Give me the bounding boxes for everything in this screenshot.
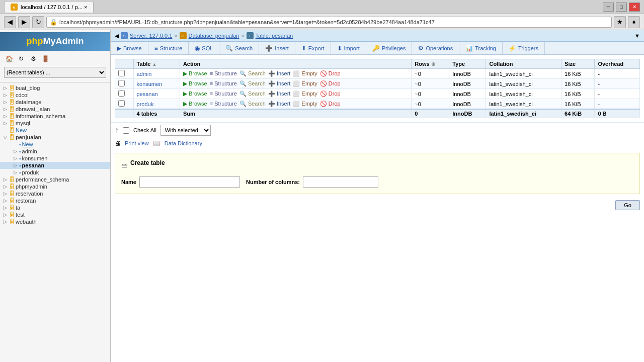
data-dictionary-link[interactable]: Data Dictionary [165,140,202,146]
row-checkbox-3[interactable] [118,100,125,107]
with-selected-dropdown[interactable]: With selected: Drop Empty [160,125,211,136]
refresh-db-icon[interactable]: ↻ [16,54,26,64]
sidebar-item-test[interactable]: ▷ 🗄 test [0,211,110,218]
tab-export[interactable]: ⬆ Export [295,42,331,54]
tab-insert-label: Insert [275,45,289,51]
drop-link-2[interactable]: 🚫 Drop [320,90,341,97]
tab-operations[interactable]: ⚙ Operations [412,42,459,54]
sidebar-item-performance_schema[interactable]: ▷ 🗄 performance_schema [0,176,110,183]
sidebar-item-webauth[interactable]: ▷ 🗄 webauth [0,218,110,225]
sidebar-item-dataimage[interactable]: ▷ 🗄 dataimage [0,99,110,106]
structure-link-3[interactable]: ≡ Structure [210,101,237,107]
sidebar-item-pesanan[interactable]: ▷ ▪ pesanan [0,162,110,169]
empty-link-2[interactable]: ⬜ Empty [293,90,317,97]
tab-structure[interactable]: ≡ Structure [148,42,189,54]
row-checkbox-0[interactable] [118,70,125,76]
tab-tracking[interactable]: 📊 Tracking [459,42,503,54]
go-button[interactable]: Go [615,200,640,210]
sidebar-item-produk[interactable]: ▷ ▪ produk [0,169,110,176]
sidebar-item-information_schema[interactable]: ▷ 🗄 information_schema [0,113,110,120]
browse-link-3[interactable]: ▶ Browse [183,101,207,107]
tab-import[interactable]: ⬇ Import [331,42,366,54]
row-checkbox-1[interactable] [118,80,125,86]
create-table-icon: 🗃 [121,162,127,169]
insert-link-1[interactable]: ➕ Insert [268,80,291,87]
drop-link-3[interactable]: 🚫 Drop [320,101,341,107]
address-bar[interactable]: 🔒 localhost/phpmyadmin/#PMAURL-15:db_str… [46,17,612,28]
structure-link-0[interactable]: ≡ Structure [210,70,237,76]
cols-input[interactable] [303,176,378,188]
table-name-link-2[interactable]: pesanan [137,91,158,97]
drop-link-1[interactable]: 🚫 Drop [320,80,341,87]
logout-icon[interactable]: 🚪 [40,54,50,64]
insert-link-2[interactable]: ➕ Insert [268,90,291,97]
search-link-1[interactable]: 🔍 Search [239,80,266,87]
overhead-cell-2: - [595,89,640,99]
tab-browse[interactable]: ▶ Browse [111,42,148,54]
tab-sql[interactable]: ◉ SQL [189,42,219,54]
sidebar-item-ta[interactable]: ▷ 🗄 ta [0,204,110,211]
tab-search[interactable]: 🔍 Search [219,42,259,54]
tree-toggle [12,141,18,147]
tab-tracking-label: Tracking [475,45,496,51]
sidebar-item-penjualan-new[interactable]: ▪ New [0,141,110,148]
structure-link-1[interactable]: ≡ Structure [210,80,237,86]
sidebar-item-penjualan[interactable]: ▽ 🗄 penjualan [0,134,110,141]
home-icon[interactable]: 🏠 [4,54,14,64]
tab-triggers[interactable]: ⚡ Triggers [503,42,545,54]
check-all-checkbox[interactable] [123,127,129,134]
table-name-link-0[interactable]: admin [137,71,152,77]
sidebar-item-label: cdcol [16,92,29,98]
table-name-link-1[interactable]: konsumen [137,81,163,87]
sidebar-item-mysql[interactable]: ▷ 🗄 mysql [0,120,110,127]
search-link-2[interactable]: 🔍 Search [239,90,266,97]
sidebar-item-admin[interactable]: ▷ ▪ admin [0,148,110,155]
browser-tab[interactable]: e localhost / 127.0.0.1 / p... × [4,1,94,13]
minimize-button[interactable]: ─ [603,3,614,12]
sidebar-item-restoran[interactable]: ▷ 🗄 restoran [0,197,110,204]
server-breadcrumb[interactable]: Server: 127.0.0.1 [130,33,172,39]
browse-link-0[interactable]: ▶ Browse [183,70,207,77]
up-arrow-icon[interactable]: ↑ [115,126,119,135]
sidebar-item-reservation[interactable]: ▷ 🗄 reservation [0,190,110,197]
insert-link-3[interactable]: ➕ Insert [268,101,291,107]
bookmark-button[interactable]: ★ [614,16,626,28]
search-link-0[interactable]: 🔍 Search [239,70,266,77]
maximize-button[interactable]: □ [616,3,627,12]
settings-icon[interactable]: ⚙ [28,54,38,64]
header-collapse-btn[interactable]: ▼ [634,33,640,39]
db-icon: 🗄 [9,92,15,98]
back-button[interactable]: ◀ [4,16,16,28]
browse-link-2[interactable]: ▶ Browse [183,90,207,97]
sidebar-item-phpmyadmin[interactable]: ▷ 🗄 phpmyadmin [0,183,110,190]
tab-privileges[interactable]: 🔑 Privileges [366,42,413,54]
empty-link-0[interactable]: ⬜ Empty [293,70,317,77]
empty-link-3[interactable]: ⬜ Empty [293,101,317,107]
print-view-link[interactable]: Print view [125,140,149,146]
refresh-button[interactable]: ↻ [32,16,44,28]
close-button[interactable]: ✕ [629,3,640,12]
db-breadcrumb[interactable]: Database: penjualan [189,33,239,39]
tab-insert[interactable]: ➕ Insert [259,42,295,54]
structure-link-2[interactable]: ≡ Structure [210,90,237,97]
forward-button[interactable]: ▶ [18,16,30,28]
empty-link-1[interactable]: ⬜ Empty [293,80,317,87]
extensions-button[interactable]: ♦ [628,16,640,28]
table-name-link-3[interactable]: produk [137,101,154,107]
collapse-sidebar-btn[interactable]: ◀ [115,33,119,39]
insert-link-0[interactable]: ➕ Insert [268,70,291,77]
search-link-3[interactable]: 🔍 Search [239,101,266,107]
sidebar-item-konsumen[interactable]: ▷ ▪ konsumen [0,155,110,162]
sidebar-item-cdcol[interactable]: ▷ 🗄 cdcol [0,92,110,99]
table-breadcrumb[interactable]: Table: pesanan [256,33,293,39]
sidebar-item-buat_blog[interactable]: ▷ 🗄 buat_blog [0,84,110,92]
row-checkbox-2[interactable] [118,90,125,97]
sidebar-item-dbrawat_jalan[interactable]: ▷ 🗄 dbrawat_jalan [0,106,110,113]
drop-link-0[interactable]: 🚫 Drop [320,70,341,77]
sidebar-item-label: buat_blog [16,85,40,91]
sidebar-item-new-top[interactable]: 🗄 New [0,127,110,134]
bc-sep-2: » [241,33,244,39]
table-name-input[interactable] [139,176,240,188]
recent-tables-select[interactable]: (Recent tables) ... [4,67,106,78]
browse-link-1[interactable]: ▶ Browse [183,80,207,87]
